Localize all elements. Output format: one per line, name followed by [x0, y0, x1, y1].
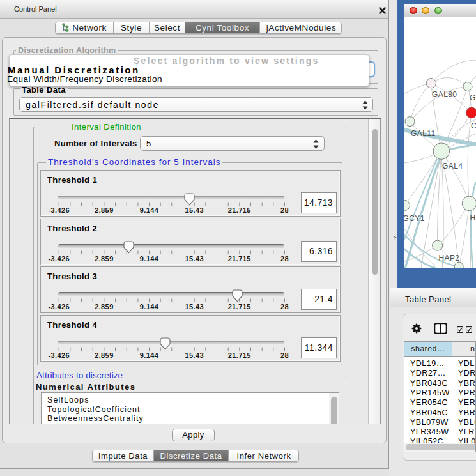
svg-text:GCY1: GCY1: [404, 214, 425, 223]
svg-text:GAL4: GAL4: [442, 162, 463, 171]
svg-text:GAL80: GAL80: [432, 90, 457, 99]
svg-text:GAL11: GAL11: [411, 129, 435, 138]
svg-text:C: C: [471, 121, 476, 130]
svg-text:H: H: [470, 213, 476, 222]
svg-text:GA: GA: [470, 93, 476, 102]
svg-text:HAP2: HAP2: [439, 254, 460, 263]
